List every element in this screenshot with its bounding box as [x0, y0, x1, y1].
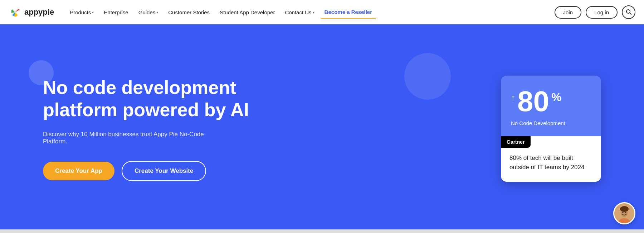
nav-item-customer-stories[interactable]: Customer Stories	[164, 6, 214, 18]
stat-card-bottom: Gartner 80% of tech will be built outsid…	[501, 136, 601, 182]
stat-card-top: ↑ 80 % No Code Development	[501, 76, 601, 136]
stat-card-area: ↑ 80 % No Code Development Gartner 80% o…	[501, 76, 601, 182]
stat-percent-row: ↑ 80 %	[511, 87, 561, 116]
stat-quote: 80% of tech will be built outside of IT …	[501, 148, 601, 182]
hero-buttons: Create Your App Create Your Website	[43, 161, 293, 181]
hero-title: No code development platform powered by …	[43, 76, 293, 121]
stat-number: 80	[517, 87, 549, 116]
chevron-down-icon: ▾	[156, 10, 158, 14]
gartner-badge: Gartner	[501, 136, 531, 148]
arrow-up-icon: ↑	[511, 93, 515, 103]
login-button[interactable]: Log in	[586, 6, 618, 19]
nav-item-contact-us[interactable]: Contact Us ▾	[280, 6, 318, 18]
nav-item-guides[interactable]: Guides ▾	[134, 6, 163, 18]
chevron-down-icon: ▾	[92, 10, 94, 14]
nav-item-become-reseller[interactable]: Become a Reseller	[320, 6, 376, 19]
hero-section: No code development platform powered by …	[0, 24, 644, 233]
navbar: appypie Products ▾ Enterprise Guides ▾ C…	[0, 0, 644, 24]
create-website-button[interactable]: Create Your Website	[122, 161, 206, 181]
decorative-circle-small	[29, 60, 54, 85]
stat-sup: %	[551, 91, 561, 104]
chat-avatar[interactable]	[613, 202, 635, 224]
search-icon	[626, 9, 631, 16]
logo[interactable]: appypie	[9, 6, 54, 19]
nav-links: Products ▾ Enterprise Guides ▾ Customer …	[65, 6, 554, 19]
svg-point-7	[623, 212, 624, 213]
nav-item-products[interactable]: Products ▾	[65, 6, 98, 18]
chevron-down-icon: ▾	[313, 10, 314, 14]
create-app-button[interactable]: Create Your App	[43, 162, 114, 180]
search-button[interactable]	[622, 5, 635, 19]
svg-point-5	[620, 206, 629, 212]
nav-right: Join Log in	[555, 5, 635, 19]
stat-card: ↑ 80 % No Code Development Gartner 80% o…	[501, 76, 601, 182]
scrollbar[interactable]	[0, 229, 644, 233]
join-button[interactable]: Join	[555, 6, 582, 19]
stat-label: No Code Development	[511, 120, 565, 126]
hero-subtitle: Discover why 10 Million businesses trust…	[43, 131, 222, 145]
svg-point-8	[625, 212, 626, 213]
hero-content: No code development platform powered by …	[43, 76, 293, 181]
nav-item-student-app-developer[interactable]: Student App Developer	[215, 6, 279, 18]
decorative-circle-large	[404, 53, 451, 100]
logo-text: appypie	[24, 8, 54, 17]
nav-item-enterprise[interactable]: Enterprise	[99, 6, 132, 18]
svg-line-2	[630, 13, 631, 14]
